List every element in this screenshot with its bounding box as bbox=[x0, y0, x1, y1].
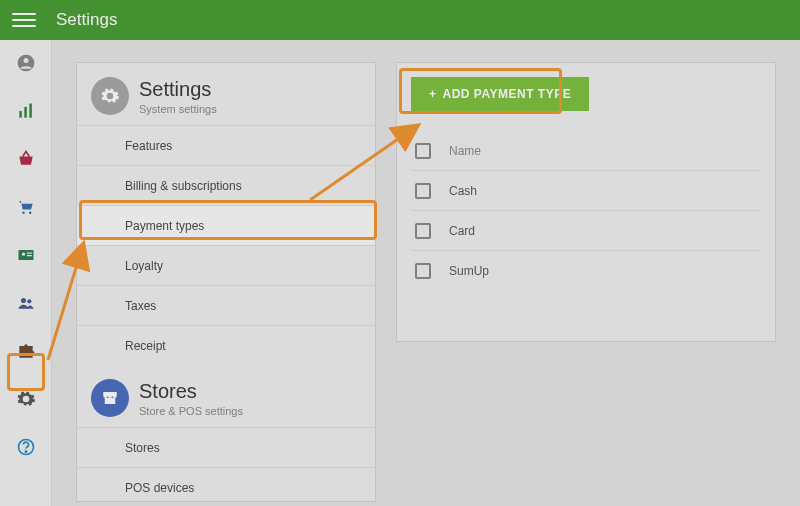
settings-section-header: Settings System settings bbox=[77, 63, 375, 125]
basket-icon[interactable] bbox=[13, 146, 39, 172]
people-icon[interactable] bbox=[13, 290, 39, 316]
menu-taxes[interactable]: Taxes bbox=[77, 285, 375, 325]
svg-point-1 bbox=[23, 58, 28, 63]
menu-receipt[interactable]: Receipt bbox=[77, 325, 375, 365]
payment-name: SumUp bbox=[449, 264, 489, 278]
payment-name: Card bbox=[449, 224, 475, 238]
svg-point-12 bbox=[27, 299, 31, 303]
plus-icon: + bbox=[429, 87, 437, 101]
idcard-icon[interactable] bbox=[13, 242, 39, 268]
payment-list-header: Name bbox=[411, 131, 761, 171]
menu-features[interactable]: Features bbox=[77, 125, 375, 165]
svg-rect-4 bbox=[29, 104, 32, 118]
add-payment-type-button[interactable]: + ADD PAYMENT TYPE bbox=[411, 77, 589, 111]
payment-row[interactable]: Cash bbox=[411, 171, 761, 211]
menu-payment-types[interactable]: Payment types bbox=[77, 205, 375, 245]
stores-subtitle: Store & POS settings bbox=[139, 405, 243, 417]
main-area: Settings System settings Features Billin… bbox=[52, 40, 800, 506]
svg-point-8 bbox=[21, 253, 24, 256]
puzzle-icon[interactable] bbox=[13, 338, 39, 364]
payment-name: Cash bbox=[449, 184, 477, 198]
add-button-label: ADD PAYMENT TYPE bbox=[443, 87, 572, 101]
payment-types-list: Name Cash Card SumUp bbox=[411, 131, 761, 291]
svg-rect-15 bbox=[105, 398, 116, 404]
page-title: Settings bbox=[56, 10, 117, 30]
analytics-icon[interactable] bbox=[13, 98, 39, 124]
cart-icon[interactable] bbox=[13, 194, 39, 220]
row-checkbox[interactable] bbox=[415, 183, 431, 199]
svg-rect-10 bbox=[26, 255, 31, 256]
store-circle-icon bbox=[91, 379, 129, 417]
left-nav bbox=[0, 40, 52, 506]
svg-rect-2 bbox=[19, 111, 22, 118]
column-name: Name bbox=[449, 144, 481, 158]
payment-types-card: + ADD PAYMENT TYPE Name Cash Card bbox=[396, 62, 776, 342]
row-checkbox[interactable] bbox=[415, 263, 431, 279]
svg-rect-3 bbox=[24, 107, 27, 118]
menu-stores[interactable]: Stores bbox=[77, 427, 375, 467]
menu-icon[interactable] bbox=[12, 8, 36, 32]
stores-title: Stores bbox=[139, 380, 243, 403]
gear-circle-icon bbox=[91, 77, 129, 115]
row-checkbox[interactable] bbox=[415, 223, 431, 239]
topbar: Settings bbox=[0, 0, 800, 40]
menu-pos-devices[interactable]: POS devices bbox=[77, 467, 375, 502]
svg-point-14 bbox=[25, 451, 26, 452]
select-all-checkbox[interactable] bbox=[415, 143, 431, 159]
svg-point-6 bbox=[28, 212, 31, 215]
stores-section-header: Stores Store & POS settings bbox=[77, 365, 375, 427]
account-icon[interactable] bbox=[13, 50, 39, 76]
svg-point-11 bbox=[21, 298, 26, 303]
help-icon[interactable] bbox=[13, 434, 39, 460]
settings-menu-card: Settings System settings Features Billin… bbox=[76, 62, 376, 502]
settings-subtitle: System settings bbox=[139, 103, 217, 115]
payment-row[interactable]: Card bbox=[411, 211, 761, 251]
settings-title: Settings bbox=[139, 78, 217, 101]
menu-loyalty[interactable]: Loyalty bbox=[77, 245, 375, 285]
svg-point-5 bbox=[22, 212, 25, 215]
payment-row[interactable]: SumUp bbox=[411, 251, 761, 291]
gear-icon[interactable] bbox=[13, 386, 39, 412]
menu-billing[interactable]: Billing & subscriptions bbox=[77, 165, 375, 205]
svg-rect-9 bbox=[26, 253, 31, 254]
